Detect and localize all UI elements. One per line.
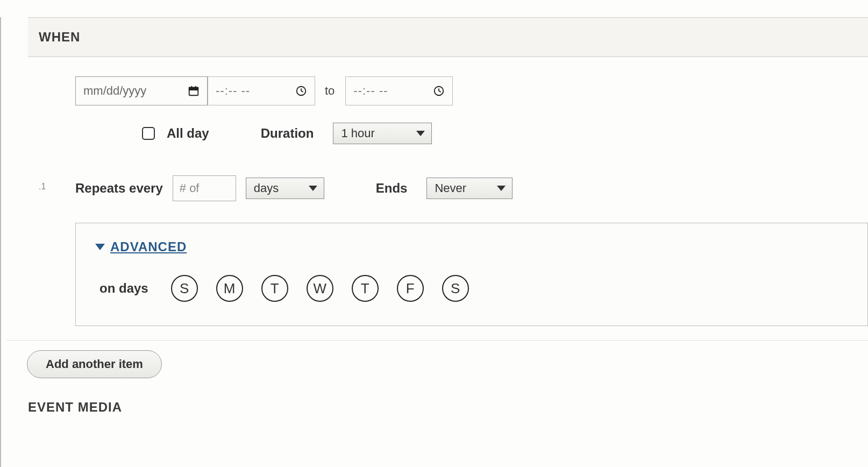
chevron-down-icon [95, 244, 105, 250]
repeats-label: Repeats every [75, 181, 163, 196]
advanced-label: ADVANCED [110, 239, 187, 254]
advanced-toggle[interactable]: ADVANCED [95, 239, 848, 254]
day-tuesday[interactable]: T [261, 275, 288, 302]
duration-value: 1 hour [341, 126, 374, 140]
when-form: mm/dd/yyyy --:-- -- [28, 57, 868, 326]
calendar-icon [188, 85, 200, 97]
datetime-row: mm/dd/yyyy --:-- -- [75, 76, 868, 105]
date-placeholder: mm/dd/yyyy [83, 84, 146, 98]
day-friday[interactable]: F [397, 275, 424, 302]
repeats-number-input[interactable]: # of [173, 175, 236, 201]
section-when-title: WHEN [39, 30, 857, 45]
ends-label: Ends [376, 181, 408, 196]
day-sunday[interactable]: S [171, 275, 198, 302]
chevron-down-icon [497, 186, 506, 191]
row-marker: .1 [39, 182, 46, 192]
section-when-header: WHEN [28, 17, 868, 57]
ends-value: Never [435, 181, 466, 195]
start-time-input[interactable]: --:-- -- [208, 76, 315, 105]
advanced-panel: ADVANCED on days S M T W T F S [75, 223, 868, 326]
date-input[interactable]: mm/dd/yyyy [75, 76, 208, 105]
svg-rect-1 [189, 88, 198, 90]
svg-line-6 [301, 91, 303, 92]
start-time-placeholder: --:-- -- [216, 84, 250, 98]
repeats-unit-value: days [254, 181, 279, 195]
add-another-item-label: Add another item [46, 357, 143, 371]
duration-select[interactable]: 1 hour [333, 123, 432, 144]
allday-label: All day [167, 126, 209, 141]
ondays-label: on days [99, 281, 148, 296]
section-event-media-title: EVENT MEDIA [28, 400, 868, 415]
chevron-down-icon [309, 186, 317, 191]
divider [6, 340, 868, 341]
svg-line-9 [439, 91, 441, 92]
repeats-number-placeholder: # of [180, 181, 200, 195]
repeats-row: .1 Repeats every # of days Ends Never [75, 175, 868, 201]
day-monday[interactable]: M [216, 275, 243, 302]
chevron-down-icon [416, 131, 425, 136]
allday-checkbox[interactable] [142, 127, 155, 140]
end-time-input[interactable]: --:-- -- [345, 76, 453, 105]
day-saturday[interactable]: S [442, 275, 469, 302]
ondays-row: on days S M T W T F S [95, 275, 848, 302]
clock-icon [433, 85, 445, 97]
add-another-item-button[interactable]: Add another item [27, 350, 162, 378]
duration-label: Duration [261, 126, 314, 141]
allday-row: All day Duration 1 hour [75, 123, 868, 144]
to-label: to [325, 84, 335, 98]
end-time-placeholder: --:-- -- [353, 84, 388, 98]
day-thursday[interactable]: T [352, 275, 379, 302]
day-wednesday[interactable]: W [307, 275, 333, 302]
clock-icon [295, 85, 307, 97]
ends-select[interactable]: Never [426, 178, 513, 199]
repeats-unit-select[interactable]: days [246, 178, 324, 199]
